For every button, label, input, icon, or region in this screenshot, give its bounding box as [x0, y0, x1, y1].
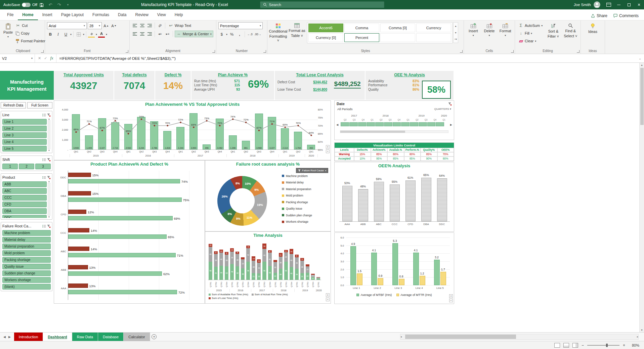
- slicer-item-material-delay[interactable]: Material delay: [2, 237, 51, 243]
- time-segment-available[interactable]: 21: [252, 273, 255, 280]
- decrease-font-size-icon[interactable]: A▼: [111, 23, 117, 29]
- decrease-indent-icon[interactable]: ◂≡: [157, 31, 163, 37]
- vertical-scrollbar[interactable]: ▲ ▼: [639, 63, 644, 332]
- font-color-icon[interactable]: A: [98, 31, 105, 38]
- scroll-down-icon[interactable]: ▼: [641, 328, 643, 332]
- time-segment-available[interactable]: 8: [311, 277, 315, 280]
- mtbf-bar-line-4[interactable]: [413, 253, 419, 285]
- time-analysis-chart[interactable]: Time Analysis 56461041399444010423684939…: [205, 231, 331, 304]
- time-segment-actual[interactable]: 40: [219, 253, 223, 265]
- time-segment-lose[interactable]: [311, 274, 315, 275]
- scroll-up-icon[interactable]: ▲: [48, 180, 50, 182]
- time-segment-lose[interactable]: [241, 257, 245, 259]
- mtbf-bar-line-3[interactable]: [392, 243, 398, 285]
- time-segment-available[interactable]: 22: [273, 273, 277, 280]
- oee-bar-cfd[interactable]: [405, 180, 416, 221]
- time-segment-available[interactable]: 56: [284, 262, 288, 280]
- align-left-icon[interactable]: [133, 32, 137, 36]
- paste-button[interactable]: Paste▾: [3, 22, 13, 49]
- time-segment-available[interactable]: 22: [306, 273, 309, 280]
- time-segment-actual[interactable]: 40: [262, 249, 266, 262]
- align-right-icon[interactable]: [147, 32, 152, 36]
- time-segment-actual[interactable]: 38: [279, 257, 283, 269]
- decrease-decimal-icon[interactable]: .00→: [254, 31, 261, 38]
- time-segment-actual[interactable]: 40: [290, 254, 293, 267]
- search-input[interactable]: [269, 3, 370, 7]
- slicer-item-abb[interactable]: ABB: [2, 181, 47, 187]
- sheet-nav-left-icon[interactable]: ◀: [3, 335, 6, 339]
- cells-dialog-launcher-icon[interactable]: [511, 50, 514, 53]
- defect-bar-abc[interactable]: [68, 247, 89, 251]
- clear-button[interactable]: Clear▾: [517, 38, 544, 44]
- slicer-item-ddc[interactable]: DDC: [2, 215, 47, 218]
- timeline-granularity-select[interactable]: QUARTERS ▾: [434, 107, 451, 111]
- sheet-tab-introduction[interactable]: Introduction: [14, 333, 43, 341]
- clear-filter-icon[interactable]: [47, 113, 51, 117]
- time-segment-available[interactable]: 35: [241, 268, 245, 280]
- alignment-dialog-launcher-icon[interactable]: [212, 50, 215, 53]
- pivot-expand-button[interactable]: +: [449, 294, 453, 298]
- timeline-segment[interactable]: [384, 122, 392, 126]
- time-segment-available[interactable]: 49: [230, 264, 234, 280]
- time-segment-actual[interactable]: 36: [295, 257, 299, 269]
- time-segment-available[interactable]: 44: [219, 266, 223, 280]
- ribbon-tab-review[interactable]: Review: [131, 10, 153, 20]
- timeline-segment[interactable]: [349, 122, 358, 126]
- time-segment-lose[interactable]: 9: [300, 258, 304, 261]
- timeline-segment[interactable]: [401, 122, 410, 126]
- achieve-bar-ddc[interactable]: [68, 179, 180, 183]
- scroll-up-icon[interactable]: ▲: [641, 63, 643, 67]
- mttr-bar-line-1[interactable]: [357, 273, 362, 286]
- slicer-item-quality-issue[interactable]: Quality issue: [2, 264, 51, 269]
- zoom-level[interactable]: 80%: [629, 343, 639, 347]
- time-segment-actual[interactable]: 38: [252, 261, 255, 273]
- time-segment-actual[interactable]: 39: [230, 252, 234, 264]
- style-comma[interactable]: Comma: [344, 24, 379, 32]
- clear-filter-icon[interactable]: [47, 224, 51, 228]
- full-screen-button[interactable]: Full Screen: [27, 102, 52, 108]
- name-box[interactable]: V2▾: [0, 54, 35, 62]
- formula-bar-expand-icon[interactable]: ⌄: [636, 57, 644, 60]
- slicer-item-cfd[interactable]: CFD: [2, 202, 47, 207]
- maximize-button[interactable]: [624, 0, 634, 9]
- defect-bar-ccc[interactable]: [68, 228, 89, 232]
- pivot-collapse-button[interactable]: −: [326, 298, 330, 301]
- time-segment-available[interactable]: 43: [268, 266, 272, 280]
- style-currency-0[interactable]: Currency [0]: [308, 33, 343, 42]
- find-select-button[interactable]: Find &Select ˅: [563, 22, 578, 49]
- achieve-bar-aaa[interactable]: [68, 290, 177, 294]
- ribbon-tab-help[interactable]: Help: [170, 10, 187, 20]
- normal-view-icon[interactable]: [554, 343, 560, 348]
- time-segment-actual[interactable]: 29: [284, 252, 288, 262]
- ideas-button[interactable]: Ideas: [584, 22, 602, 49]
- style-comma-0[interactable]: Comma [0]: [380, 24, 415, 32]
- oee-bar-ddc[interactable]: [437, 178, 447, 221]
- sheet-tab-calculator[interactable]: Calculator: [124, 333, 150, 341]
- slicer-item-workers-shortage[interactable]: Workers shortage: [2, 277, 51, 283]
- slicer-item-1[interactable]: 1: [2, 164, 18, 169]
- time-segment-lose[interactable]: [306, 264, 309, 266]
- align-center-icon[interactable]: [140, 32, 144, 36]
- style-currency[interactable]: Currency: [416, 24, 451, 32]
- timeline-segment[interactable]: [410, 122, 418, 126]
- underline-button[interactable]: U: [62, 31, 69, 38]
- time-segment-available[interactable]: 20: [257, 273, 261, 280]
- time-segment-actual[interactable]: 20: [306, 266, 309, 273]
- autosave-toggle[interactable]: AutoSave Off: [3, 3, 37, 7]
- slicer-item-material-preparation[interactable]: Material preparation: [2, 244, 51, 249]
- oee-analysis-chart[interactable]: OEE% Analysis 53%AAA48%ABB59%ABC55%CCC61…: [334, 162, 454, 232]
- autosum-button[interactable]: ΣAutoSum▾: [517, 22, 544, 29]
- font-dialog-launcher-icon[interactable]: [126, 50, 128, 53]
- number-dialog-launcher-icon[interactable]: [263, 50, 266, 53]
- time-segment-lose[interactable]: 8: [295, 255, 299, 257]
- time-segment-actual[interactable]: 41: [268, 253, 272, 266]
- fill-color-icon[interactable]: [88, 31, 95, 38]
- gallery-more-icon[interactable]: ≡▾: [454, 36, 458, 43]
- gallery-up-icon[interactable]: ▲: [454, 23, 458, 29]
- achieve-bar-abc[interactable]: [68, 253, 176, 257]
- multi-select-icon[interactable]: [42, 176, 46, 179]
- pivot-expand-button[interactable]: +: [326, 293, 330, 297]
- undo-icon[interactable]: ↶: [46, 2, 55, 7]
- time-segment-lose[interactable]: 11: [279, 253, 283, 257]
- mttr-bar-line-2[interactable]: [378, 278, 383, 285]
